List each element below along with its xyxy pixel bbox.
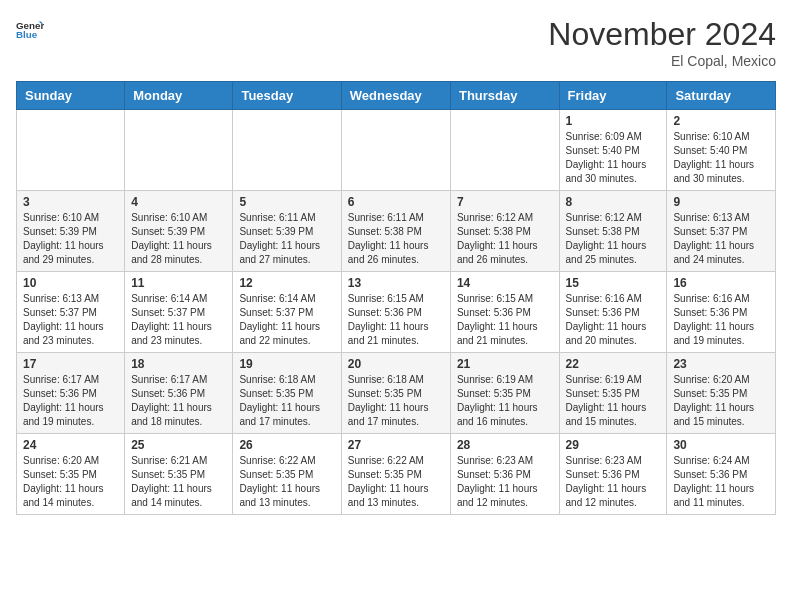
day-number: 2 bbox=[673, 114, 769, 128]
calendar-cell: 24Sunrise: 6:20 AM Sunset: 5:35 PM Dayli… bbox=[17, 434, 125, 515]
day-info: Sunrise: 6:16 AM Sunset: 5:36 PM Dayligh… bbox=[566, 292, 661, 348]
calendar-cell: 1Sunrise: 6:09 AM Sunset: 5:40 PM Daylig… bbox=[559, 110, 667, 191]
day-number: 24 bbox=[23, 438, 118, 452]
calendar-cell: 28Sunrise: 6:23 AM Sunset: 5:36 PM Dayli… bbox=[450, 434, 559, 515]
logo-icon: General Blue bbox=[16, 16, 44, 44]
page-header: General Blue November 2024 El Copal, Mex… bbox=[16, 16, 776, 69]
calendar-cell: 13Sunrise: 6:15 AM Sunset: 5:36 PM Dayli… bbox=[341, 272, 450, 353]
day-info: Sunrise: 6:10 AM Sunset: 5:39 PM Dayligh… bbox=[23, 211, 118, 267]
day-number: 13 bbox=[348, 276, 444, 290]
day-info: Sunrise: 6:22 AM Sunset: 5:35 PM Dayligh… bbox=[239, 454, 334, 510]
calendar-header-tuesday: Tuesday bbox=[233, 82, 341, 110]
day-info: Sunrise: 6:12 AM Sunset: 5:38 PM Dayligh… bbox=[457, 211, 553, 267]
calendar-cell: 2Sunrise: 6:10 AM Sunset: 5:40 PM Daylig… bbox=[667, 110, 776, 191]
calendar-cell bbox=[450, 110, 559, 191]
calendar-cell: 6Sunrise: 6:11 AM Sunset: 5:38 PM Daylig… bbox=[341, 191, 450, 272]
logo: General Blue bbox=[16, 16, 44, 44]
calendar-header-friday: Friday bbox=[559, 82, 667, 110]
day-number: 26 bbox=[239, 438, 334, 452]
day-number: 25 bbox=[131, 438, 226, 452]
day-number: 6 bbox=[348, 195, 444, 209]
calendar-cell: 27Sunrise: 6:22 AM Sunset: 5:35 PM Dayli… bbox=[341, 434, 450, 515]
day-info: Sunrise: 6:18 AM Sunset: 5:35 PM Dayligh… bbox=[348, 373, 444, 429]
calendar-cell bbox=[233, 110, 341, 191]
day-number: 22 bbox=[566, 357, 661, 371]
calendar-cell: 15Sunrise: 6:16 AM Sunset: 5:36 PM Dayli… bbox=[559, 272, 667, 353]
day-info: Sunrise: 6:17 AM Sunset: 5:36 PM Dayligh… bbox=[23, 373, 118, 429]
calendar-cell: 23Sunrise: 6:20 AM Sunset: 5:35 PM Dayli… bbox=[667, 353, 776, 434]
day-info: Sunrise: 6:16 AM Sunset: 5:36 PM Dayligh… bbox=[673, 292, 769, 348]
day-info: Sunrise: 6:14 AM Sunset: 5:37 PM Dayligh… bbox=[239, 292, 334, 348]
calendar-cell: 11Sunrise: 6:14 AM Sunset: 5:37 PM Dayli… bbox=[125, 272, 233, 353]
location-subtitle: El Copal, Mexico bbox=[548, 53, 776, 69]
day-info: Sunrise: 6:10 AM Sunset: 5:40 PM Dayligh… bbox=[673, 130, 769, 186]
day-info: Sunrise: 6:20 AM Sunset: 5:35 PM Dayligh… bbox=[673, 373, 769, 429]
day-info: Sunrise: 6:23 AM Sunset: 5:36 PM Dayligh… bbox=[457, 454, 553, 510]
calendar-cell: 9Sunrise: 6:13 AM Sunset: 5:37 PM Daylig… bbox=[667, 191, 776, 272]
calendar-cell bbox=[17, 110, 125, 191]
day-number: 14 bbox=[457, 276, 553, 290]
calendar-cell: 5Sunrise: 6:11 AM Sunset: 5:39 PM Daylig… bbox=[233, 191, 341, 272]
day-info: Sunrise: 6:11 AM Sunset: 5:38 PM Dayligh… bbox=[348, 211, 444, 267]
day-info: Sunrise: 6:18 AM Sunset: 5:35 PM Dayligh… bbox=[239, 373, 334, 429]
calendar-table: SundayMondayTuesdayWednesdayThursdayFrid… bbox=[16, 81, 776, 515]
day-number: 5 bbox=[239, 195, 334, 209]
day-number: 21 bbox=[457, 357, 553, 371]
calendar-cell: 10Sunrise: 6:13 AM Sunset: 5:37 PM Dayli… bbox=[17, 272, 125, 353]
day-number: 29 bbox=[566, 438, 661, 452]
calendar-cell: 3Sunrise: 6:10 AM Sunset: 5:39 PM Daylig… bbox=[17, 191, 125, 272]
day-info: Sunrise: 6:21 AM Sunset: 5:35 PM Dayligh… bbox=[131, 454, 226, 510]
month-title: November 2024 bbox=[548, 16, 776, 53]
day-number: 12 bbox=[239, 276, 334, 290]
day-info: Sunrise: 6:17 AM Sunset: 5:36 PM Dayligh… bbox=[131, 373, 226, 429]
calendar-header-sunday: Sunday bbox=[17, 82, 125, 110]
calendar-cell: 4Sunrise: 6:10 AM Sunset: 5:39 PM Daylig… bbox=[125, 191, 233, 272]
day-number: 17 bbox=[23, 357, 118, 371]
day-info: Sunrise: 6:15 AM Sunset: 5:36 PM Dayligh… bbox=[348, 292, 444, 348]
calendar-week-row: 10Sunrise: 6:13 AM Sunset: 5:37 PM Dayli… bbox=[17, 272, 776, 353]
calendar-cell bbox=[341, 110, 450, 191]
calendar-header-saturday: Saturday bbox=[667, 82, 776, 110]
day-number: 3 bbox=[23, 195, 118, 209]
day-info: Sunrise: 6:15 AM Sunset: 5:36 PM Dayligh… bbox=[457, 292, 553, 348]
calendar-cell: 16Sunrise: 6:16 AM Sunset: 5:36 PM Dayli… bbox=[667, 272, 776, 353]
day-info: Sunrise: 6:10 AM Sunset: 5:39 PM Dayligh… bbox=[131, 211, 226, 267]
day-number: 8 bbox=[566, 195, 661, 209]
calendar-cell: 20Sunrise: 6:18 AM Sunset: 5:35 PM Dayli… bbox=[341, 353, 450, 434]
calendar-cell: 8Sunrise: 6:12 AM Sunset: 5:38 PM Daylig… bbox=[559, 191, 667, 272]
calendar-week-row: 1Sunrise: 6:09 AM Sunset: 5:40 PM Daylig… bbox=[17, 110, 776, 191]
calendar-cell: 26Sunrise: 6:22 AM Sunset: 5:35 PM Dayli… bbox=[233, 434, 341, 515]
calendar-cell: 25Sunrise: 6:21 AM Sunset: 5:35 PM Dayli… bbox=[125, 434, 233, 515]
day-number: 9 bbox=[673, 195, 769, 209]
svg-text:Blue: Blue bbox=[16, 29, 38, 40]
day-number: 11 bbox=[131, 276, 226, 290]
day-info: Sunrise: 6:14 AM Sunset: 5:37 PM Dayligh… bbox=[131, 292, 226, 348]
calendar-header-row: SundayMondayTuesdayWednesdayThursdayFrid… bbox=[17, 82, 776, 110]
day-info: Sunrise: 6:12 AM Sunset: 5:38 PM Dayligh… bbox=[566, 211, 661, 267]
day-number: 7 bbox=[457, 195, 553, 209]
calendar-cell: 21Sunrise: 6:19 AM Sunset: 5:35 PM Dayli… bbox=[450, 353, 559, 434]
day-number: 20 bbox=[348, 357, 444, 371]
day-number: 18 bbox=[131, 357, 226, 371]
calendar-cell: 30Sunrise: 6:24 AM Sunset: 5:36 PM Dayli… bbox=[667, 434, 776, 515]
calendar-header-wednesday: Wednesday bbox=[341, 82, 450, 110]
day-info: Sunrise: 6:13 AM Sunset: 5:37 PM Dayligh… bbox=[23, 292, 118, 348]
calendar-cell: 17Sunrise: 6:17 AM Sunset: 5:36 PM Dayli… bbox=[17, 353, 125, 434]
calendar-cell: 22Sunrise: 6:19 AM Sunset: 5:35 PM Dayli… bbox=[559, 353, 667, 434]
calendar-cell: 12Sunrise: 6:14 AM Sunset: 5:37 PM Dayli… bbox=[233, 272, 341, 353]
title-section: November 2024 El Copal, Mexico bbox=[548, 16, 776, 69]
calendar-cell: 29Sunrise: 6:23 AM Sunset: 5:36 PM Dayli… bbox=[559, 434, 667, 515]
day-info: Sunrise: 6:13 AM Sunset: 5:37 PM Dayligh… bbox=[673, 211, 769, 267]
day-info: Sunrise: 6:22 AM Sunset: 5:35 PM Dayligh… bbox=[348, 454, 444, 510]
day-info: Sunrise: 6:19 AM Sunset: 5:35 PM Dayligh… bbox=[566, 373, 661, 429]
day-number: 28 bbox=[457, 438, 553, 452]
day-number: 30 bbox=[673, 438, 769, 452]
day-info: Sunrise: 6:20 AM Sunset: 5:35 PM Dayligh… bbox=[23, 454, 118, 510]
day-number: 1 bbox=[566, 114, 661, 128]
day-info: Sunrise: 6:19 AM Sunset: 5:35 PM Dayligh… bbox=[457, 373, 553, 429]
day-info: Sunrise: 6:23 AM Sunset: 5:36 PM Dayligh… bbox=[566, 454, 661, 510]
day-info: Sunrise: 6:09 AM Sunset: 5:40 PM Dayligh… bbox=[566, 130, 661, 186]
calendar-cell: 7Sunrise: 6:12 AM Sunset: 5:38 PM Daylig… bbox=[450, 191, 559, 272]
calendar-week-row: 24Sunrise: 6:20 AM Sunset: 5:35 PM Dayli… bbox=[17, 434, 776, 515]
day-number: 23 bbox=[673, 357, 769, 371]
